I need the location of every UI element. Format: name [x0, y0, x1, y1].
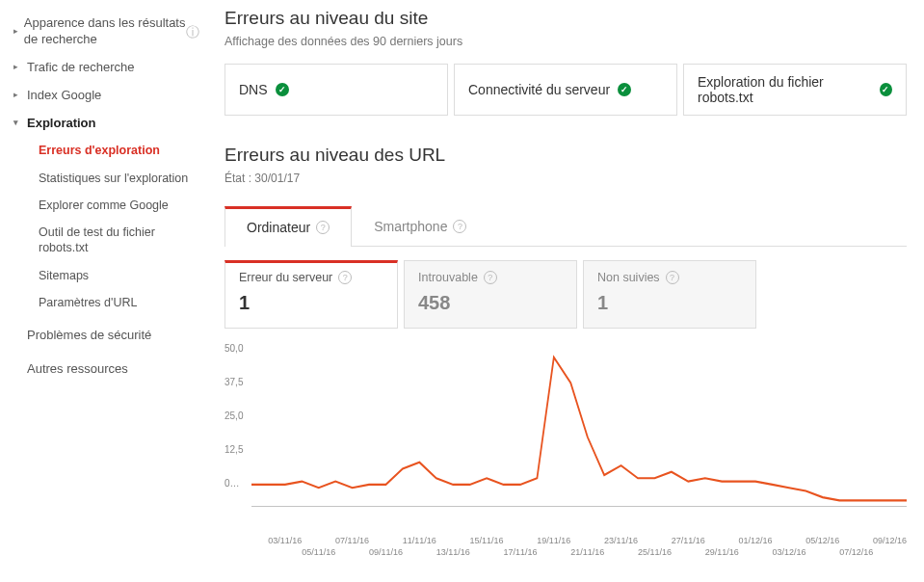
sidebar-item-label: Explorer comme Google [39, 198, 169, 213]
stat-not-found[interactable]: Introuvable 458 [404, 260, 577, 329]
chevron-right-icon: ▸ [13, 90, 23, 101]
x-tick-label: 03/11/16 [268, 536, 302, 546]
x-tick-label: 17/11/16 [503, 547, 537, 558]
sidebar-item-crawl-stats[interactable]: Statistiques sur l'exploration [10, 165, 207, 192]
help-icon [316, 221, 330, 234]
sidebar-item-label: Exploration [27, 116, 96, 132]
tab-desktop[interactable]: Ordinateur [224, 206, 352, 247]
help-icon [666, 271, 679, 284]
check-icon [276, 83, 289, 96]
sidebar-item-url-params[interactable]: Paramètres d'URL [10, 289, 207, 316]
sidebar-item-label: Paramètres d'URL [39, 295, 137, 310]
chevron-right-icon: ▸ [13, 62, 23, 73]
help-icon [338, 271, 352, 284]
sidebar-item-traffic[interactable]: ▸ Trafic de recherche [10, 54, 207, 82]
check-icon [880, 83, 892, 96]
sidebar-item-label: Index Google [27, 88, 101, 104]
state-label: État : [224, 172, 251, 185]
sidebar-item-exploration[interactable]: ▾ Exploration [10, 110, 207, 138]
x-tick-label: 07/11/16 [335, 536, 369, 546]
stat-server-error[interactable]: Erreur du serveur 1 [224, 260, 398, 329]
tab-label: Smartphone [374, 219, 447, 234]
x-tick-label: 11/11/16 [403, 536, 436, 546]
main-content: Erreurs au niveau du site Affichage des … [207, 0, 924, 582]
sidebar-item-robots-tester[interactable]: Outil de test du fichier robots.txt [10, 219, 207, 262]
status-row: DNS Connectivité du serveur Exploration … [224, 64, 907, 116]
stat-value: 1 [597, 292, 742, 314]
x-tick-label: 09/11/16 [369, 547, 403, 558]
x-tick-label: 29/11/16 [705, 547, 739, 558]
site-errors-title: Erreurs au niveau du site [224, 8, 907, 29]
x-tick-label: 09/12/16 [873, 536, 907, 546]
y-tick-label: 12,5 [224, 444, 243, 455]
sidebar-item-label: Statistiques sur l'exploration [39, 171, 188, 186]
x-tick-label: 25/11/16 [638, 547, 672, 558]
sidebar-item-security[interactable]: Problèmes de sécurité [10, 322, 207, 350]
status-label: DNS [239, 82, 268, 97]
sidebar-item-label: Outil de test du fichier robots.txt [39, 225, 199, 256]
sidebar-item-sitemaps[interactable]: Sitemaps [10, 262, 207, 289]
help-icon [453, 220, 466, 233]
sidebar-item-crawl-errors[interactable]: Erreurs d'exploration [10, 137, 207, 164]
x-tick-label: 07/12/16 [839, 547, 873, 558]
sidebar-item-index[interactable]: ▸ Index Google [10, 82, 207, 110]
state-date: 30/01/17 [254, 172, 300, 185]
status-robots[interactable]: Exploration du fichier robots.txt [683, 64, 907, 116]
x-tick-label: 05/12/16 [805, 536, 839, 546]
sidebar-item-label: Erreurs d'exploration [39, 143, 160, 158]
chevron-right-icon: ▸ [13, 26, 20, 38]
tab-label: Ordinateur [247, 220, 310, 235]
help-icon [484, 271, 497, 284]
site-errors-subtitle: Affichage des données des 90 derniers jo… [224, 35, 907, 48]
sidebar-item-label: Problèmes de sécurité [27, 328, 151, 344]
info-icon: ⓘ [186, 23, 199, 40]
y-tick-label: 0… [224, 478, 240, 489]
error-chart: 03/11/1605/11/1607/11/1609/11/1611/11/16… [251, 348, 907, 507]
sidebar-item-other[interactable]: Autres ressources [10, 356, 207, 384]
x-tick-label: 05/11/16 [302, 547, 335, 558]
tab-smartphone[interactable]: Smartphone [352, 206, 488, 246]
status-label: Connectivité du serveur [468, 82, 610, 97]
sidebar-item-appearance[interactable]: ▸ Apparence dans les résultats de recher… [10, 10, 207, 54]
y-tick-label: 50,0 [224, 343, 243, 354]
chevron-down-icon: ▾ [13, 118, 23, 129]
sidebar: ▸ Apparence dans les résultats de recher… [0, 0, 207, 582]
x-tick-label: 13/11/16 [436, 547, 470, 558]
sidebar-item-fetch-google[interactable]: Explorer comme Google [10, 192, 207, 219]
stat-row: Erreur du serveur 1 Introuvable 458 Non … [224, 260, 907, 329]
x-tick-label: 21/11/16 [570, 547, 604, 558]
y-tick-label: 25,0 [224, 410, 243, 421]
x-tick-label: 23/11/16 [604, 536, 638, 546]
x-tick-label: 03/12/16 [772, 547, 805, 558]
sidebar-item-label: Autres ressources [27, 361, 128, 378]
chart-line [251, 348, 907, 507]
device-tabs: Ordinateur Smartphone [224, 206, 907, 247]
status-label: Exploration du fichier robots.txt [698, 74, 872, 105]
stat-label: Erreur du serveur [239, 271, 383, 284]
x-tick-label: 19/11/16 [537, 536, 570, 546]
stat-value: 458 [418, 292, 563, 314]
x-tick-label: 01/12/16 [739, 536, 773, 546]
status-dns[interactable]: DNS [224, 64, 448, 116]
y-tick-label: 37,5 [224, 377, 243, 387]
sidebar-item-label: Apparence dans les résultats de recherch… [24, 15, 186, 48]
x-tick-label: 27/11/16 [672, 536, 705, 546]
sidebar-item-label: Trafic de recherche [27, 60, 135, 76]
stat-value: 1 [239, 292, 383, 314]
sidebar-item-label: Sitemaps [39, 268, 89, 283]
stat-label: Introuvable [418, 271, 563, 284]
check-icon [618, 83, 631, 96]
status-connectivity[interactable]: Connectivité du serveur [454, 64, 677, 116]
stat-label: Non suivies [597, 271, 742, 284]
stat-not-followed[interactable]: Non suivies 1 [583, 260, 756, 329]
x-tick-label: 15/11/16 [470, 536, 504, 546]
state-line: État : 30/01/17 [224, 172, 907, 185]
url-errors-title: Erreurs au niveau des URL [224, 145, 907, 166]
